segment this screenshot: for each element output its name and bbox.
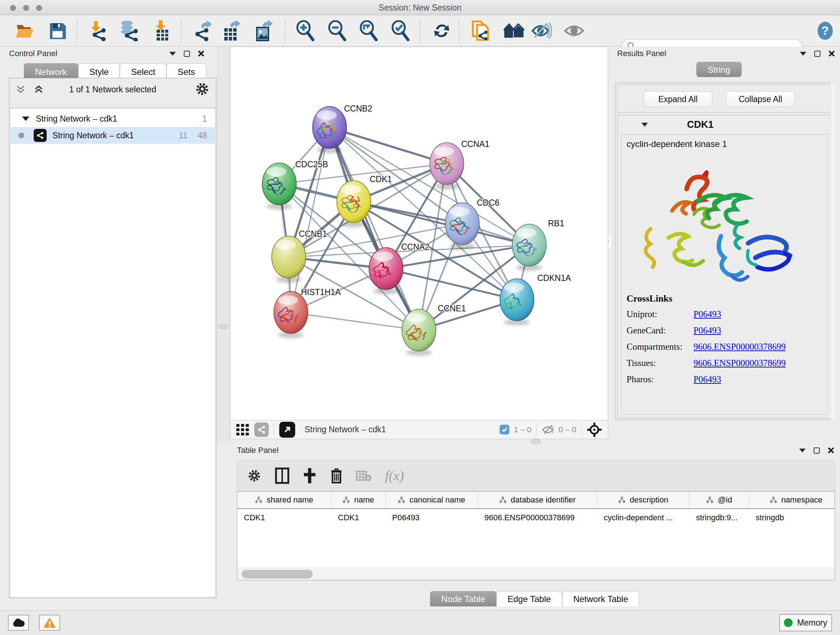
network-row-selected[interactable]: String Network – cdk1 11 48: [11, 127, 215, 144]
column-header-canonical-name[interactable]: canonical name: [386, 492, 478, 508]
table-panel: Table Panel f(x) shared namenamecanonica…: [230, 444, 840, 610]
tab-edge-table[interactable]: Edge Table: [496, 591, 562, 606]
import-network-file-icon[interactable]: [88, 20, 109, 41]
panel-menu-icon[interactable]: [169, 52, 176, 56]
edge-CCNB2-CCNE1[interactable]: [330, 127, 419, 330]
tab-node-table[interactable]: Node Table: [430, 591, 496, 606]
export-table-icon[interactable]: [221, 20, 242, 41]
show-all-networks-icon[interactable]: [504, 20, 524, 41]
table-cell[interactable]: stringdb: [749, 510, 835, 526]
entry-gene-name: CDK1: [687, 119, 714, 130]
export-image-icon[interactable]: [253, 20, 274, 41]
node-CDC6[interactable]: CDC6: [445, 198, 500, 249]
result-entry-header[interactable]: CDK1: [617, 115, 832, 135]
network-view-toolbar: String Network – cdk1 1 – 0 0 – 0: [230, 420, 608, 439]
zoom-fit-icon[interactable]: [358, 20, 379, 41]
results-panel: Results Panel String Expand All Collapse…: [611, 47, 840, 443]
crosslink-link[interactable]: P06493: [693, 374, 721, 385]
status-bar: Memory: [0, 610, 840, 635]
selected-checkbox-icon[interactable]: [500, 424, 509, 434]
import-network-database-icon[interactable]: [118, 20, 140, 41]
memory-button[interactable]: Memory: [779, 614, 832, 631]
zoom-out-icon[interactable]: [327, 20, 348, 41]
horizontal-splitter-handle[interactable]: [531, 439, 540, 444]
column-header-@id[interactable]: @id: [690, 492, 749, 508]
crosslink-link[interactable]: 9606.ENSP00000378699: [693, 358, 786, 368]
help-icon[interactable]: ?: [815, 20, 836, 41]
crosslinks-title: CrossLinks: [627, 293, 786, 304]
node-CCNB2[interactable]: CCNB2: [313, 104, 372, 153]
column-header-shared-name[interactable]: shared name: [237, 492, 332, 508]
network-edge-count: 48: [197, 131, 207, 141]
network-canvas[interactable]: CCNB2CCNA1CDC25BCDK1CDC6RB1CCNB1CCNA2CDK…: [230, 47, 608, 420]
refresh-icon[interactable]: [431, 20, 452, 41]
node-CCNA1[interactable]: CCNA1: [430, 139, 489, 189]
node-CDKN1A[interactable]: CDKN1A: [500, 273, 571, 325]
close-panel-icon[interactable]: [829, 50, 835, 57]
edge-HIST1H1A-CCNE1[interactable]: [291, 312, 419, 330]
crosslink-row: Uniprot:P06493: [627, 309, 786, 319]
warning-status-button[interactable]: [39, 615, 60, 631]
panel-menu-icon[interactable]: [799, 448, 806, 453]
column-header-name[interactable]: name: [332, 492, 386, 508]
network-options-gear-icon[interactable]: [194, 81, 210, 97]
table-cell[interactable]: stringdb:9...: [690, 510, 749, 526]
collection-expander-icon[interactable]: [22, 117, 29, 121]
node-CDC25B[interactable]: CDC25B: [262, 160, 328, 210]
delete-column-trash-icon[interactable]: [330, 467, 343, 484]
collapse-all-button[interactable]: Collapse All: [726, 91, 795, 107]
panel-menu-icon[interactable]: [800, 52, 806, 56]
save-session-icon[interactable]: [47, 20, 68, 41]
table-cell[interactable]: P06493: [386, 510, 478, 526]
export-network-icon[interactable]: [193, 20, 213, 41]
show-hidden-icon[interactable]: [564, 20, 584, 41]
expand-all-button[interactable]: Expand All: [644, 91, 712, 107]
network-collection-row[interactable]: String Network – cdk1 1: [11, 111, 215, 127]
crosslink-link[interactable]: P06493: [693, 325, 721, 336]
import-table-icon[interactable]: [152, 20, 173, 41]
crosslink-link[interactable]: 9606.ENSP00000378699: [693, 342, 786, 352]
create-column-plus-icon[interactable]: [302, 467, 317, 484]
float-panel-icon[interactable]: [814, 51, 821, 57]
column-header-description[interactable]: description: [597, 492, 690, 508]
crosslink-row: GeneCard:P06493: [627, 325, 786, 336]
close-panel-icon[interactable]: [198, 50, 204, 57]
float-panel-icon[interactable]: [184, 51, 190, 57]
network-share-icon[interactable]: [254, 423, 269, 437]
zoom-in-icon[interactable]: [295, 20, 316, 41]
left-splitter[interactable]: [218, 47, 230, 443]
results-scrollbar[interactable]: [831, 82, 835, 420]
node-HIST1H1A[interactable]: HIST1H1A: [274, 287, 341, 338]
table-hscrollbar-thumb[interactable]: [242, 570, 313, 578]
hide-selected-icon[interactable]: [531, 20, 552, 41]
open-session-icon[interactable]: [14, 20, 35, 41]
memory-label: Memory: [797, 618, 827, 628]
tab-string[interactable]: String: [696, 62, 742, 77]
crosslink-link[interactable]: P06493: [693, 309, 721, 319]
show-columns-icon[interactable]: [275, 467, 289, 484]
fit-selected-crosshair-icon[interactable]: [587, 422, 602, 437]
table-cell[interactable]: CDK1: [237, 510, 332, 526]
birdseye-view-icon[interactable]: [279, 422, 295, 438]
table-cell[interactable]: CDK1: [332, 510, 386, 526]
left-splitter-handle[interactable]: [219, 324, 228, 329]
node-RB1[interactable]: RB1: [512, 219, 564, 271]
zoom-selected-icon[interactable]: [390, 20, 411, 41]
table-hscrollbar[interactable]: [237, 568, 835, 580]
table-options-gear-icon[interactable]: [247, 468, 262, 483]
edge-CCNB2-CCNA1[interactable]: [330, 127, 447, 164]
table-cell[interactable]: cyclin-dependent ...: [597, 510, 690, 526]
table-cell[interactable]: 9606.ENSP00000378699: [478, 510, 597, 526]
column-header-database-identifier[interactable]: database identifier: [478, 492, 597, 508]
node-CCNE1[interactable]: CCNE1: [402, 304, 466, 356]
entry-collapse-icon[interactable]: [641, 123, 648, 127]
table-toolbar: f(x): [237, 460, 835, 491]
grid-view-icon[interactable]: [235, 423, 250, 437]
duplicate-network-icon[interactable]: [470, 20, 491, 41]
close-panel-icon[interactable]: [828, 447, 834, 454]
column-header-namespace[interactable]: namespace: [749, 492, 835, 508]
cloud-status-button[interactable]: [8, 615, 29, 631]
crosslink-label: Uniprot:: [627, 309, 693, 319]
float-panel-icon[interactable]: [813, 448, 820, 454]
tab-network-table[interactable]: Network Table: [562, 591, 639, 606]
